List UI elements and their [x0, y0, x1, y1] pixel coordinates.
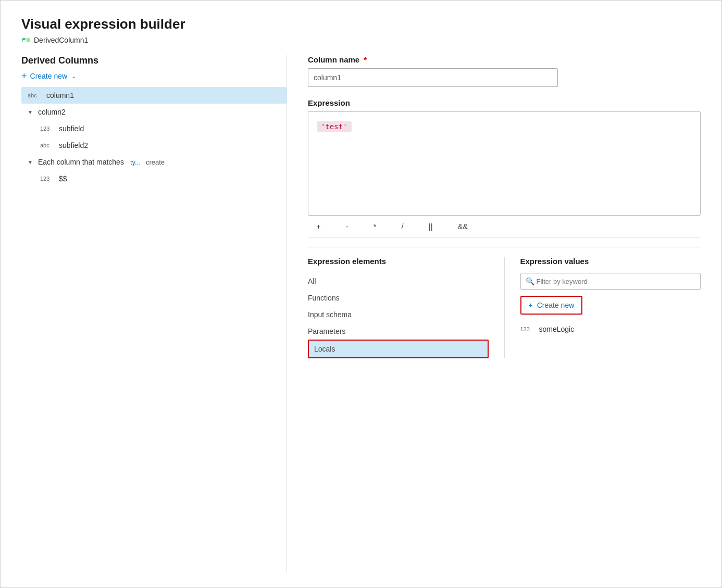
- expression-values-title: Expression values: [520, 257, 701, 266]
- type-badge: 123: [520, 326, 535, 332]
- required-star: *: [364, 55, 367, 64]
- list-item[interactable]: ▼ column2: [21, 104, 287, 120]
- right-panel: Column name * Expression 'test' + - * / …: [287, 55, 701, 572]
- list-item[interactable]: abc column1: [21, 87, 287, 104]
- value-name: someLogic: [539, 325, 575, 333]
- operator-plus[interactable]: +: [316, 222, 321, 231]
- column-name: column1: [46, 91, 74, 99]
- column-name-input[interactable]: [308, 68, 558, 87]
- svg-point-1: [26, 38, 30, 42]
- search-icon: 🔍: [526, 277, 534, 285]
- create-new-button[interactable]: + Create new ⌄: [21, 71, 76, 81]
- operator-and[interactable]: &&: [458, 222, 468, 231]
- operator-pipe[interactable]: ||: [429, 222, 433, 231]
- expression-label: Expression: [308, 98, 701, 107]
- list-item[interactable]: ▼ Each column that matches ty... create: [21, 154, 287, 170]
- create-new-label: Create new: [30, 72, 68, 80]
- column-name: subfield2: [59, 141, 88, 149]
- element-functions[interactable]: Functions: [308, 290, 489, 306]
- derived-column-icon: ⇄: [21, 35, 31, 45]
- app-container: Visual expression builder ⇄ DerivedColum…: [0, 0, 722, 588]
- type-badge: abc: [28, 92, 42, 98]
- plus-icon: +: [529, 301, 533, 309]
- type-badge: abc: [40, 142, 55, 148]
- plus-icon: +: [21, 71, 27, 81]
- element-all[interactable]: All: [308, 273, 489, 290]
- list-item[interactable]: 123 subfield: [21, 120, 287, 137]
- list-item[interactable]: abc subfield2: [21, 137, 287, 154]
- operator-divide[interactable]: /: [402, 222, 404, 231]
- expression-editor[interactable]: 'test': [308, 111, 701, 216]
- column-list: abc column1 ▼ column2 123 subfield abc s…: [21, 87, 287, 187]
- expression-token: 'test': [317, 121, 352, 132]
- main-layout: Derived Columns + Create new ⌄ abc colum…: [21, 55, 701, 572]
- item-extra: ty...: [130, 158, 141, 166]
- element-locals[interactable]: Locals: [308, 340, 489, 358]
- expression-values-panel: Expression values 🔍 + Create new 123 som…: [505, 257, 701, 358]
- type-badge: 123: [40, 126, 55, 132]
- column-name: subfield: [59, 124, 84, 133]
- column-name: Each column that matches: [38, 158, 124, 166]
- subtitle-text: DerivedColumn1: [34, 36, 88, 44]
- some-logic-item[interactable]: 123 someLogic: [520, 322, 701, 336]
- chevron-down-icon: ▼: [28, 159, 33, 165]
- operator-multiply[interactable]: *: [374, 222, 377, 231]
- element-parameters[interactable]: Parameters: [308, 323, 489, 340]
- create-new-values-button[interactable]: + Create new: [520, 296, 583, 315]
- page-title: Visual expression builder: [21, 16, 701, 32]
- list-item[interactable]: 123 $$: [21, 170, 287, 187]
- operator-row: + - * / || &&: [308, 216, 701, 237]
- operator-minus[interactable]: -: [346, 222, 348, 231]
- column-name: $$: [59, 174, 67, 183]
- left-panel: Derived Columns + Create new ⌄ abc colum…: [21, 55, 287, 572]
- element-input-schema[interactable]: Input schema: [308, 306, 489, 323]
- filter-input-wrap: 🔍: [520, 273, 701, 290]
- svg-text:⇄: ⇄: [22, 38, 27, 43]
- bottom-panels: Expression elements All Functions Input …: [308, 247, 701, 358]
- item-create: create: [146, 158, 165, 166]
- filter-input[interactable]: [520, 273, 701, 290]
- chevron-down-icon: ▼: [28, 109, 33, 115]
- expression-elements-panel: Expression elements All Functions Input …: [308, 257, 505, 358]
- expression-elements-title: Expression elements: [308, 257, 489, 266]
- type-badge: 123: [40, 176, 55, 182]
- subtitle-row: ⇄ DerivedColumn1: [21, 35, 701, 45]
- column-name: column2: [38, 108, 66, 116]
- column-name-label: Column name *: [308, 55, 701, 64]
- derived-columns-title: Derived Columns: [21, 55, 287, 66]
- create-new-values-label: Create new: [537, 301, 575, 309]
- chevron-down-icon: ⌄: [71, 73, 76, 80]
